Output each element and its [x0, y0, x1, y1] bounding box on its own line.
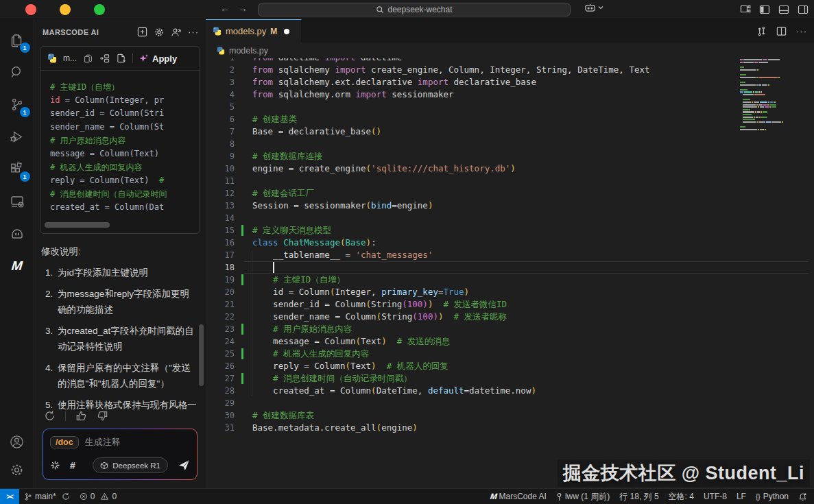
code-line-16[interactable]: 16class ChatMessage(Base):: [206, 237, 814, 249]
status-bar: >< main* 0 0 M MarsCode AI lww (1 周前) 行 …: [0, 488, 814, 504]
notifications-bell[interactable]: [793, 489, 814, 504]
compare-changes-icon[interactable]: [756, 26, 767, 36]
accounts-button[interactable]: [6, 431, 28, 453]
code-line-14[interactable]: 14: [206, 212, 814, 224]
marscode-ai-status[interactable]: M MarsCode AI: [486, 489, 551, 504]
send-icon[interactable]: [178, 459, 190, 472]
code-line-13[interactable]: 13Session = sessionmaker(bind=engine): [206, 200, 814, 212]
new-file-icon[interactable]: [116, 53, 126, 64]
maximize-window-button[interactable]: [94, 4, 105, 15]
model-selector[interactable]: Deepseek R1: [93, 457, 168, 473]
code-line-5[interactable]: 5: [206, 101, 814, 113]
breadcrumb[interactable]: models.py: [206, 43, 814, 58]
code-line-2[interactable]: 2from sqlalchemy import create_engine, C…: [206, 64, 814, 76]
card-horizontal-scrollbar[interactable]: [45, 222, 195, 228]
marscode-ai-panel: MARSCODE AI ··· m...: [34, 19, 206, 488]
code-line-8[interactable]: 8: [206, 138, 814, 150]
copy-icon[interactable]: [83, 53, 93, 64]
more-actions-icon[interactable]: ···: [188, 27, 199, 38]
context-hash-icon[interactable]: #: [70, 460, 75, 471]
tab-models-py[interactable]: models.py M: [206, 19, 302, 43]
line-number: 14: [206, 212, 235, 224]
thumbs-down-icon[interactable]: [97, 410, 108, 422]
code-line-31[interactable]: 31Base.metadata.create_all(engine): [206, 422, 814, 434]
code-line-3[interactable]: 3from sqlalchemy.ext.declarative import …: [206, 76, 814, 88]
code-line-7[interactable]: 7Base = declarative_base(): [206, 125, 814, 138]
line-number: 2: [206, 64, 235, 76]
settings-gear-button[interactable]: [6, 459, 28, 481]
code-line-25[interactable]: 25 # 机器人生成的回复内容: [206, 348, 814, 360]
code-line-11[interactable]: 11: [206, 175, 814, 187]
problems-status[interactable]: 0 0: [75, 489, 121, 504]
code-viewport[interactable]: 1from datetime import datetime2from sqla…: [206, 58, 814, 488]
split-editor-icon[interactable]: [776, 26, 787, 36]
customize-layout-icon[interactable]: [739, 3, 751, 15]
sidebar-item-ai-chat[interactable]: [6, 222, 28, 245]
tab-label: models.py: [226, 26, 266, 36]
forward-icon[interactable]: →: [236, 3, 250, 14]
account-share-icon[interactable]: [171, 27, 182, 38]
close-window-button[interactable]: [25, 4, 36, 15]
cursor-position-status[interactable]: 行 18, 列 5: [614, 489, 663, 504]
sidebar-item-run-debug[interactable]: [6, 125, 28, 148]
code-line-21[interactable]: 21 sender_id = Column(String(100)) # 发送者…: [206, 298, 814, 311]
code-line-26[interactable]: 26 reply = Column(Text) # 机器人的回复: [206, 360, 814, 372]
settings-icon[interactable]: [154, 27, 165, 38]
line-number: 4: [206, 88, 235, 101]
code-line-22[interactable]: 22 sender_name = Column(String(100)) # 发…: [206, 311, 814, 323]
code-line-4[interactable]: 4from sqlalchemy.orm import sessionmaker: [206, 88, 814, 101]
code-line-24[interactable]: 24 message = Column(Text) # 发送的消息: [206, 335, 814, 348]
indentation-status[interactable]: 空格: 4: [664, 489, 699, 504]
chat-input[interactable]: /doc 生成注释 # Deepseek R1: [43, 429, 197, 479]
more-actions-icon[interactable]: ···: [796, 26, 807, 36]
code-line-6[interactable]: 6# 创建基类: [206, 113, 814, 125]
sidebar-scrollbar[interactable]: [199, 324, 204, 386]
toggle-secondary-sidebar-icon[interactable]: [797, 3, 809, 15]
language-mode-status[interactable]: {} Python: [751, 489, 793, 504]
code-line-20[interactable]: 20 id = Column(Integer, primary_key=True…: [206, 286, 814, 298]
sidebar-item-search[interactable]: [6, 61, 28, 84]
git-modified-indicator: M: [270, 27, 277, 36]
toggle-primary-sidebar-icon[interactable]: [758, 3, 770, 15]
thumbs-up-icon[interactable]: [75, 410, 87, 422]
code-line-28[interactable]: 28 created_at = Column(DateTime, default…: [206, 385, 814, 397]
minimize-window-button[interactable]: [60, 4, 71, 15]
unsaved-dot-icon[interactable]: [284, 29, 289, 34]
code-line-9[interactable]: 9# 创建数据库连接: [206, 150, 814, 163]
toggle-panel-icon[interactable]: [778, 3, 789, 15]
remote-indicator[interactable]: ><: [0, 489, 19, 504]
code-line-1[interactable]: 1from datetime import datetime: [206, 58, 814, 64]
code-line-27[interactable]: 27 # 消息创建时间（自动记录时间戳）: [206, 372, 814, 385]
new-chat-icon[interactable]: [136, 27, 147, 38]
sidebar-item-remote-explorer[interactable]: [6, 190, 28, 213]
code-line-12[interactable]: 12# 创建会话工厂: [206, 187, 814, 200]
code-line-19[interactable]: 19 # 主键ID（自增）: [206, 274, 814, 286]
skills-icon[interactable]: [50, 460, 60, 470]
copilot-menu[interactable]: [584, 3, 603, 12]
code-line-10[interactable]: 10engine = create_engine('sqlite:///chat…: [206, 163, 814, 175]
code-line-17[interactable]: 17 __tablename__ = 'chat_messages': [206, 249, 814, 261]
doc-command-chip[interactable]: /doc: [50, 436, 79, 448]
sidebar-item-explorer[interactable]: 1: [6, 29, 28, 51]
sidebar-item-marscode[interactable]: M: [6, 254, 28, 277]
git-blame-status[interactable]: lww (1 周前): [551, 489, 614, 504]
git-branch-status[interactable]: main*: [19, 489, 75, 504]
code-line-23[interactable]: 23 # 用户原始消息内容: [206, 323, 814, 335]
sidebar-item-source-control[interactable]: 1: [6, 93, 28, 116]
code-line-18[interactable]: 18: [206, 261, 814, 274]
minimap[interactable]: [740, 58, 803, 131]
code-line-15[interactable]: 15# 定义聊天消息模型: [206, 224, 814, 237]
insert-code-icon[interactable]: [99, 53, 110, 64]
panel-header: MARSCODE AI ···: [34, 19, 206, 45]
code-line-30[interactable]: 30# 创建数据库表: [206, 409, 814, 422]
apply-button[interactable]: Apply: [139, 53, 177, 64]
code-line-29[interactable]: 29: [206, 397, 814, 409]
back-icon[interactable]: ←: [218, 3, 232, 14]
command-center-search[interactable]: deepseek-wechat: [258, 3, 571, 16]
suggested-code-block: # 主键ID（自增）id = Column(Integer, prsender_…: [40, 71, 200, 218]
encoding-status[interactable]: UTF-8: [699, 489, 732, 504]
watermark: 掘金技术社区 @ Student_Li: [558, 459, 810, 487]
sidebar-item-extensions[interactable]: 1: [6, 158, 28, 180]
eol-status[interactable]: LF: [732, 489, 751, 504]
regenerate-icon[interactable]: [44, 410, 56, 422]
